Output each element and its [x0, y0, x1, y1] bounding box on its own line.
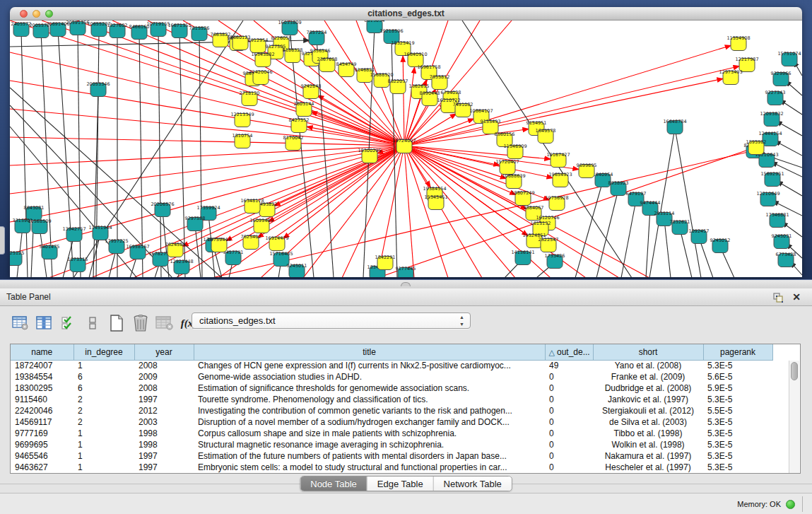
column-header-pagerank[interactable]: pagerank	[703, 344, 772, 360]
network-edge[interactable]	[269, 146, 404, 222]
cell-title[interactable]: Embryonic stem cells: a model to study s…	[194, 462, 545, 473]
network-edge[interactable]	[596, 189, 618, 277]
cell-name[interactable]: 14569117	[11, 416, 73, 428]
table-row[interactable]: 1872400712008Changes of HCN gene express…	[11, 360, 790, 371]
cell-in_degree[interactable]: 1	[73, 360, 134, 371]
cell-pagerank[interactable]: 5.3E-5	[703, 462, 772, 473]
row-height-icon[interactable]	[82, 313, 103, 333]
table-row[interactable]: 946362711997Embryonic stem cells: a mode…	[11, 462, 790, 473]
cell-pagerank[interactable]: 5.9E-5	[703, 382, 772, 394]
network-edge[interactable]	[404, 146, 482, 277]
cell-short[interactable]: Wolkin et al. (1998)	[593, 439, 703, 450]
cell-name[interactable]: 9115460	[11, 394, 73, 405]
cell-out_degree[interactable]: 0	[545, 439, 593, 450]
cell-year[interactable]: 1997	[134, 462, 194, 473]
cell-in_degree[interactable]: 1	[73, 439, 134, 450]
cell-in_degree[interactable]: 6	[73, 371, 134, 382]
column-header-title[interactable]: title	[194, 344, 545, 360]
network-canvas[interactable]: 2405572200557242069140620591356106552871…	[10, 21, 802, 277]
table-row[interactable]: 977716911998Corpus callosum shape and si…	[11, 428, 790, 439]
float-panel-icon[interactable]	[772, 292, 784, 303]
cell-name[interactable]: 19384554	[11, 371, 73, 382]
table-settings-icon[interactable]	[10, 313, 31, 333]
cell-title[interactable]: Changes of HCN gene expression and I(f) …	[194, 360, 545, 371]
cell-year[interactable]: 1997	[134, 394, 194, 405]
cell-short[interactable]: Tibbo et al. (1998)	[593, 428, 703, 439]
close-panel-icon[interactable]: ✕	[791, 291, 802, 303]
network-edge[interactable]	[10, 81, 404, 146]
panel-splitter[interactable]	[0, 279, 812, 288]
cell-name[interactable]: 18300295	[11, 382, 73, 394]
cell-out_degree[interactable]: 49	[545, 360, 593, 371]
column-header-name[interactable]: name	[11, 344, 73, 360]
cell-title[interactable]: Tourette syndrome. Phenomenology and cla…	[194, 394, 545, 405]
network-edge[interactable]	[621, 200, 636, 277]
window-titlebar[interactable]: citations_edges.txt	[10, 7, 802, 21]
network-edge[interactable]	[317, 39, 334, 277]
cell-pagerank[interactable]: 5.6E-5	[703, 371, 772, 382]
cell-out_degree[interactable]: 0	[545, 450, 593, 462]
cell-pagerank[interactable]: 5.3E-5	[703, 416, 772, 428]
cell-title[interactable]: Estimation of the future numbers of pati…	[194, 450, 545, 462]
cell-year[interactable]: 1998	[134, 428, 194, 439]
cell-short[interactable]: Stergiakouli et al. (2012)	[593, 405, 703, 416]
cell-in_degree[interactable]: 2	[73, 416, 134, 428]
network-edge[interactable]	[575, 181, 603, 277]
cell-out_degree[interactable]: 0	[545, 462, 593, 473]
cell-out_degree[interactable]: 0	[545, 382, 593, 394]
table-row[interactable]: 911546021997Tourette syndrome. Phenomeno…	[11, 394, 790, 405]
network-edge[interactable]	[10, 146, 404, 165]
column-header-year[interactable]: year	[134, 344, 194, 360]
network-edge[interactable]	[403, 56, 404, 146]
table-row[interactable]: 946554611997Estimation of the future num…	[11, 450, 790, 462]
network-edge[interactable]	[680, 228, 692, 277]
network-edge[interactable]	[139, 33, 143, 277]
tab-edge-table[interactable]: Edge Table	[367, 477, 434, 491]
cell-title[interactable]: Estimation of significance thresholds fo…	[194, 382, 545, 394]
select-columns-icon[interactable]	[58, 313, 79, 333]
cell-year[interactable]: 2009	[134, 371, 194, 382]
network-edge[interactable]	[311, 112, 404, 146]
cell-out_degree[interactable]: 0	[545, 416, 593, 428]
cell-short[interactable]: Jankovic et al. (1997)	[593, 394, 703, 405]
cell-short[interactable]: Hescheler et al. (1997)	[593, 462, 703, 473]
cell-pagerank[interactable]: 5.3E-5	[703, 428, 772, 439]
cell-name[interactable]: 9699695	[11, 439, 73, 450]
cell-year[interactable]: 2012	[134, 405, 194, 416]
network-edge[interactable]	[41, 32, 52, 277]
splitter-handle[interactable]	[401, 282, 411, 286]
cell-year[interactable]: 1998	[134, 439, 194, 450]
cell-title[interactable]: Investigating the contribution of common…	[194, 405, 545, 416]
cell-name[interactable]: 9777169	[11, 428, 73, 439]
table-row[interactable]: 1456911722003Disruption of a novel membe…	[11, 416, 790, 428]
network-edge[interactable]	[377, 147, 756, 277]
cell-pagerank[interactable]: 5.3E-5	[703, 394, 772, 405]
cell-title[interactable]: Structural magnetic resonance image aver…	[194, 439, 545, 450]
table-scrollbar-thumb[interactable]	[791, 362, 798, 380]
cell-name[interactable]: 9465546	[11, 450, 73, 462]
cell-title[interactable]: Disruption of a novel member of a sodium…	[194, 416, 545, 428]
cell-out_degree[interactable]: 0	[545, 405, 593, 416]
tab-node-table[interactable]: Node Table	[300, 477, 367, 491]
column-header-short[interactable]: short	[593, 344, 703, 360]
cell-year[interactable]: 2008	[134, 382, 194, 394]
network-edge[interactable]	[158, 30, 161, 277]
network-edge[interactable]	[10, 127, 137, 277]
table-row[interactable]: 1938455462009Genome-wide association stu…	[11, 371, 790, 382]
cell-pagerank[interactable]: 5.3E-5	[703, 439, 772, 450]
cell-name[interactable]: 9463627	[11, 462, 73, 473]
network-edge[interactable]	[664, 220, 671, 277]
cell-short[interactable]: Dudbridge et al. (2008)	[593, 382, 703, 394]
network-edge[interactable]	[10, 146, 404, 194]
cell-out_degree[interactable]: 0	[545, 371, 593, 382]
network-edge[interactable]	[646, 209, 650, 277]
network-edge[interactable]	[404, 146, 414, 277]
table-row[interactable]: 2242004622012Investigating the contribut…	[11, 405, 790, 416]
cell-in_degree[interactable]: 6	[73, 382, 134, 394]
cell-name[interactable]: 18724007	[11, 360, 73, 371]
cell-title[interactable]: Corpus callosum shape and size in male p…	[194, 428, 545, 439]
cell-in_degree[interactable]: 2	[73, 394, 134, 405]
new-table-icon[interactable]	[106, 313, 127, 333]
cell-in_degree[interactable]: 1	[73, 462, 134, 473]
cell-pagerank[interactable]: 5.3E-5	[703, 450, 772, 462]
